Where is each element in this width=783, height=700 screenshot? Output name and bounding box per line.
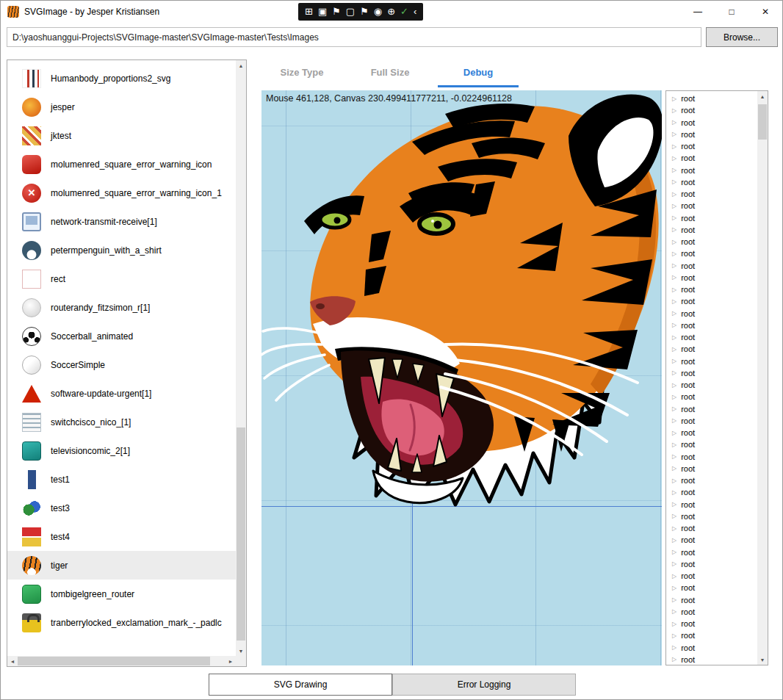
- tree-node-root[interactable]: ▷root: [666, 248, 757, 259]
- tree-node-root[interactable]: ▷root: [666, 570, 757, 582]
- file-list-item-switchcisco_nico_[1][interactable]: switchcisco_nico_[1]: [7, 408, 236, 436]
- status-check-icon[interactable]: ✓: [400, 3, 408, 21]
- tree-node-root[interactable]: ▷root: [666, 463, 757, 475]
- expand-arrow-icon[interactable]: ▷: [672, 513, 676, 519]
- tree-node-root[interactable]: ▷root: [666, 272, 757, 284]
- expand-arrow-icon[interactable]: ▷: [672, 178, 676, 185]
- tree-node-root[interactable]: ▷root: [666, 224, 757, 236]
- file-list-item-molumenred_square_error_warning_icon_1[interactable]: molumenred_square_error_warning_icon_1: [7, 178, 236, 207]
- tree-node-root[interactable]: ▷root: [666, 654, 757, 665]
- file-list-vertical-scrollbar[interactable]: ▲ ▼: [236, 60, 246, 656]
- tree-node-root[interactable]: ▷root: [666, 558, 757, 570]
- file-list-horizontal-scrollbar[interactable]: ◄ ►: [7, 656, 236, 666]
- file-list-item-software-update-urgent[1][interactable]: software-update-urgent[1]: [7, 379, 236, 408]
- tree-node-root[interactable]: ▷root: [666, 534, 757, 546]
- record-icon[interactable]: ◉: [374, 3, 382, 21]
- expand-arrow-icon[interactable]: ▷: [672, 453, 676, 460]
- tree-node-root[interactable]: ▷root: [666, 152, 757, 164]
- file-list-item-tiger[interactable]: tiger: [7, 551, 236, 580]
- expand-arrow-icon[interactable]: ▷: [672, 608, 676, 615]
- path-input[interactable]: [7, 27, 701, 47]
- tree-node-root[interactable]: ▷root: [666, 486, 757, 498]
- tab-debug[interactable]: Debug: [438, 62, 519, 87]
- tree-node-root[interactable]: ▷root: [666, 343, 757, 355]
- expand-arrow-icon[interactable]: ▷: [672, 369, 676, 376]
- expand-arrow-icon[interactable]: ▷: [672, 644, 676, 651]
- flag-icon[interactable]: ⚑: [332, 3, 341, 21]
- expand-arrow-icon[interactable]: ▷: [672, 131, 676, 137]
- expand-arrow-icon[interactable]: ▷: [672, 549, 676, 555]
- scroll-right-icon[interactable]: ►: [225, 656, 236, 666]
- bottom-tab-error-logging[interactable]: Error Logging: [392, 674, 576, 696]
- expand-arrow-icon[interactable]: ▷: [672, 239, 676, 245]
- expand-arrow-icon[interactable]: ▷: [672, 525, 676, 532]
- tree-node-root[interactable]: ▷root: [666, 140, 757, 152]
- tree-node-root[interactable]: ▷root: [666, 391, 757, 403]
- expand-arrow-icon[interactable]: ▷: [672, 334, 676, 341]
- expand-arrow-icon[interactable]: ▷: [672, 119, 676, 126]
- scroll-down-icon[interactable]: ▼: [236, 646, 246, 656]
- tree-node-root[interactable]: ▷root: [666, 475, 757, 486]
- expand-arrow-icon[interactable]: ▷: [672, 95, 676, 102]
- file-list-item-jesper[interactable]: jesper: [7, 93, 236, 121]
- tree-node-root[interactable]: ▷root: [666, 117, 757, 129]
- expand-arrow-icon[interactable]: ▷: [672, 250, 676, 257]
- svg-canvas[interactable]: Mouse 461,128, Canvas 230.499411777211, …: [261, 90, 662, 665]
- expand-arrow-icon[interactable]: ▷: [672, 214, 676, 221]
- expand-arrow-icon[interactable]: ▷: [672, 322, 676, 328]
- tree-node-root[interactable]: ▷root: [666, 260, 757, 272]
- minimize-button[interactable]: —: [681, 1, 715, 23]
- accessibility-icon[interactable]: ⊕: [387, 3, 395, 21]
- expand-arrow-icon[interactable]: ▷: [672, 489, 676, 496]
- tree-node-root[interactable]: ▷root: [666, 212, 757, 224]
- expand-arrow-icon[interactable]: ▷: [672, 596, 676, 603]
- expand-arrow-icon[interactable]: ▷: [672, 585, 676, 591]
- tree-node-root[interactable]: ▷root: [666, 200, 757, 212]
- expand-arrow-icon[interactable]: ▷: [672, 203, 676, 209]
- expand-arrow-icon[interactable]: ▷: [672, 441, 676, 448]
- expand-arrow-icon[interactable]: ▷: [672, 656, 676, 663]
- file-list-item-tranberrylocked_exclamation_mark_-_padlc[interactable]: tranberrylocked_exclamation_mark_-_padlc: [7, 608, 236, 637]
- tree-node-root[interactable]: ▷root: [666, 236, 757, 248]
- tree-node-root[interactable]: ▷root: [666, 165, 757, 176]
- bottom-tab-svg-drawing[interactable]: SVG Drawing: [209, 674, 392, 696]
- scroll-down-icon[interactable]: ▼: [757, 654, 768, 665]
- file-list-item-test3[interactable]: test3: [7, 494, 236, 522]
- tree-node-root[interactable]: ▷root: [666, 451, 757, 463]
- scroll-left-icon[interactable]: ◄: [7, 656, 18, 666]
- file-list-item-network-transmit-receive[1][interactable]: network-transmit-receive[1]: [7, 207, 236, 236]
- tree-node-root[interactable]: ▷root: [666, 367, 757, 379]
- tree-node-root[interactable]: ▷root: [666, 594, 757, 606]
- file-list-item-televisioncomic_2[1][interactable]: televisioncomic_2[1]: [7, 436, 236, 465]
- expand-arrow-icon[interactable]: ▷: [672, 262, 676, 269]
- tree-node-root[interactable]: ▷root: [666, 356, 757, 367]
- tree-node-root[interactable]: ▷root: [666, 188, 757, 200]
- tree-node-root[interactable]: ▷root: [666, 379, 757, 391]
- tree-node-root[interactable]: ▷root: [666, 295, 757, 307]
- browse-button[interactable]: Browse...: [706, 27, 778, 47]
- expand-arrow-icon[interactable]: ▷: [672, 286, 676, 293]
- flag-cursor-icon[interactable]: ⚑: [360, 3, 369, 21]
- file-list-item-Soccerball_animated[interactable]: Soccerball_animated: [7, 322, 236, 350]
- expand-arrow-icon[interactable]: ▷: [672, 143, 676, 150]
- expand-arrow-icon[interactable]: ▷: [672, 167, 676, 173]
- expand-arrow-icon[interactable]: ▷: [672, 107, 676, 114]
- expand-arrow-icon[interactable]: ▷: [672, 358, 676, 364]
- close-button[interactable]: ✕: [748, 1, 782, 23]
- tree-node-root[interactable]: ▷root: [666, 129, 757, 140]
- scrollbar-thumb[interactable]: [237, 427, 245, 641]
- maximize-button[interactable]: □: [715, 1, 748, 23]
- expand-arrow-icon[interactable]: ▷: [672, 501, 676, 508]
- expand-arrow-icon[interactable]: ▷: [672, 346, 676, 353]
- expand-arrow-icon[interactable]: ▷: [672, 573, 676, 580]
- file-list-item-routerandy_fitzsimon_r[1][interactable]: routerandy_fitzsimon_r[1]: [7, 293, 236, 322]
- tree-node-root[interactable]: ▷root: [666, 522, 757, 534]
- tree-node-root[interactable]: ▷root: [666, 93, 757, 104]
- tree-node-root[interactable]: ▷root: [666, 439, 757, 450]
- tree-node-root[interactable]: ▷root: [666, 629, 757, 641]
- file-list-item-petermpenguin_with_a_shirt[interactable]: petermpenguin_with_a_shirt: [7, 236, 236, 264]
- expand-arrow-icon[interactable]: ▷: [672, 560, 676, 567]
- video-camera-icon[interactable]: ▣: [318, 3, 327, 21]
- expand-arrow-icon[interactable]: ▷: [672, 632, 676, 639]
- tree-node-root[interactable]: ▷root: [666, 606, 757, 618]
